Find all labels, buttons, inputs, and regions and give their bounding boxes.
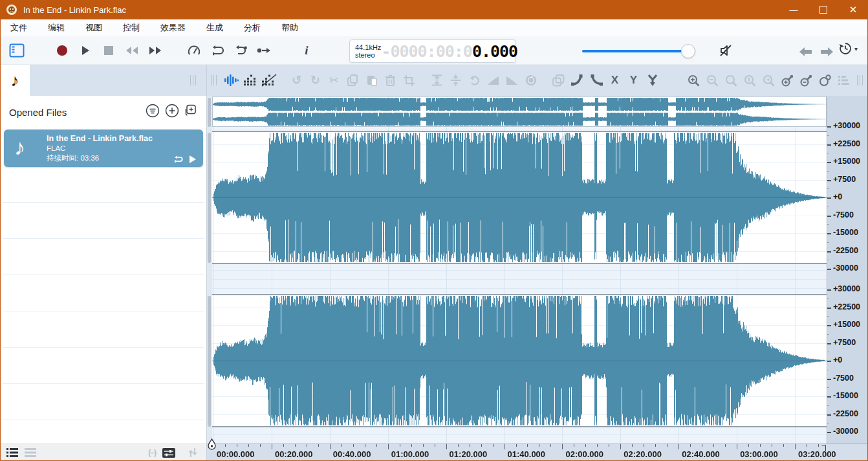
- new-group-button[interactable]: [184, 104, 199, 120]
- fast-forward-button[interactable]: [146, 41, 164, 60]
- volume-slider[interactable]: [582, 44, 696, 58]
- zoom-out-button[interactable]: [704, 72, 721, 89]
- vertical-zoom-reset-button[interactable]: [816, 72, 834, 89]
- list-view-icon: [6, 448, 18, 457]
- delete-button[interactable]: [382, 72, 399, 89]
- sidebar-toggle-button[interactable]: [8, 41, 26, 60]
- tabstrip-drag-handle[interactable]: [190, 75, 197, 85]
- redo-button[interactable]: ↻: [307, 72, 324, 89]
- merge-down-icon: [647, 74, 658, 86]
- strip-bar-channel1[interactable]: [208, 133, 211, 263]
- file-play-icon[interactable]: [189, 155, 197, 163]
- waveform-canvas[interactable]: [212, 96, 827, 444]
- panel-title: Opened Files: [9, 107, 146, 118]
- menu-item-4[interactable]: 效果器: [160, 19, 195, 36]
- sort-order-button[interactable]: [188, 448, 197, 457]
- copy-button[interactable]: [344, 72, 362, 89]
- zoom-selection-button[interactable]: [722, 72, 740, 89]
- view-spectrogram-button[interactable]: [241, 72, 259, 89]
- filter-files-button[interactable]: [146, 104, 160, 120]
- history-button[interactable]: ▾: [838, 41, 858, 56]
- zoom-one-to-one-button[interactable]: [741, 72, 759, 89]
- collapse-vertical-button[interactable]: [447, 72, 464, 89]
- axis-label-ch1: +15000: [833, 157, 860, 166]
- strip-bar-overview[interactable]: [208, 98, 211, 127]
- merge-button[interactable]: [644, 72, 661, 89]
- compact-list-view-button[interactable]: [25, 448, 36, 457]
- menu-item-5[interactable]: 生成: [206, 19, 232, 36]
- axis-tick: [827, 352, 829, 352]
- maximize-button[interactable]: [808, 0, 838, 19]
- stop-button[interactable]: [100, 41, 118, 60]
- axis-tick: [827, 334, 829, 335]
- volume-handle[interactable]: [681, 44, 695, 58]
- file-loop-icon[interactable]: [173, 155, 184, 163]
- item-details-button[interactable]: [162, 448, 175, 458]
- filter-icon: [146, 104, 160, 118]
- spectrogram-view-icon: [243, 74, 257, 86]
- speed-gauge-icon: [187, 44, 201, 57]
- curve-up-button[interactable]: [569, 72, 586, 89]
- menu-item-1[interactable]: 编辑: [48, 19, 74, 36]
- play-button[interactable]: [76, 41, 94, 60]
- axis-tick: [827, 171, 829, 172]
- playhead-pin[interactable]: [207, 438, 217, 454]
- menu-item-3[interactable]: 控制: [123, 19, 149, 36]
- crossfade-button[interactable]: X: [606, 72, 624, 89]
- file-list-item[interactable]: ♪ In the End - Linkin Park.flac FLAC 持续时…: [4, 129, 203, 167]
- navigate-forward-button[interactable]: [818, 43, 836, 61]
- loop-button[interactable]: [208, 41, 226, 60]
- curve-down-button[interactable]: [587, 72, 605, 89]
- vertical-zoom-out-button[interactable]: [797, 72, 815, 89]
- menu-item-7[interactable]: 帮助: [281, 19, 307, 36]
- vertical-zoom-in-button[interactable]: [779, 72, 796, 89]
- rewind-button[interactable]: [123, 41, 141, 60]
- close-button[interactable]: ✕: [838, 0, 868, 19]
- split-button[interactable]: Y: [625, 72, 642, 89]
- toolbar-drag-handle[interactable]: [211, 75, 218, 85]
- trim-button[interactable]: [400, 72, 418, 89]
- cut-button[interactable]: ✂: [325, 72, 343, 89]
- fade-in-button[interactable]: [484, 72, 502, 89]
- axis-tick: [827, 432, 831, 433]
- group-toggle-button[interactable]: (–): [148, 448, 156, 457]
- fade-out-button[interactable]: [503, 72, 521, 89]
- time-ruler[interactable]: [207, 444, 868, 461]
- strip-bar-channel2[interactable]: [208, 296, 211, 427]
- detailed-list-view-button[interactable]: [6, 448, 18, 457]
- info-button[interactable]: i: [298, 41, 316, 60]
- minimize-button[interactable]: —: [779, 0, 808, 19]
- crop-icon: [404, 75, 415, 86]
- zoom-previous-button[interactable]: [760, 72, 777, 89]
- loop-selection-button[interactable]: [232, 41, 250, 60]
- reverse-button[interactable]: [466, 72, 483, 89]
- monitor-mute-button[interactable]: [717, 41, 735, 60]
- toolbar-drag-handle-right[interactable]: [857, 75, 864, 85]
- play-from-cursor-button[interactable]: [255, 41, 273, 60]
- tab-opened-files[interactable]: ♪: [0, 65, 30, 96]
- file-music-note-icon: ♪: [14, 135, 25, 160]
- gain-button[interactable]: [522, 72, 539, 89]
- axis-tick: [827, 361, 831, 362]
- sidebar-tab-strip: ♪: [0, 65, 206, 96]
- view-waveform-button[interactable]: [222, 72, 240, 89]
- record-button[interactable]: [53, 41, 71, 60]
- fit-vertical-button[interactable]: [428, 72, 446, 89]
- split-icon: Y: [630, 74, 637, 87]
- undo-button[interactable]: ↺: [288, 72, 305, 89]
- zoom-in-button[interactable]: [685, 72, 702, 89]
- clone-icon: [552, 74, 565, 87]
- clone-selection-button[interactable]: [550, 72, 567, 89]
- view-spectral-edit-button[interactable]: [260, 72, 277, 89]
- view-levels-button[interactable]: [835, 72, 852, 89]
- paste-button[interactable]: [363, 72, 380, 89]
- menu-item-0[interactable]: 文件: [10, 19, 36, 36]
- menu-item-6[interactable]: 分析: [244, 19, 270, 36]
- navigate-back-button[interactable]: [797, 43, 815, 61]
- open-file-button[interactable]: [165, 104, 179, 120]
- undo-icon: ↺: [292, 73, 301, 87]
- play-speed-button[interactable]: [185, 41, 203, 60]
- channel-selector-strip[interactable]: [207, 96, 212, 444]
- back-arrow-icon: [799, 47, 812, 56]
- menu-item-2[interactable]: 视图: [85, 19, 111, 36]
